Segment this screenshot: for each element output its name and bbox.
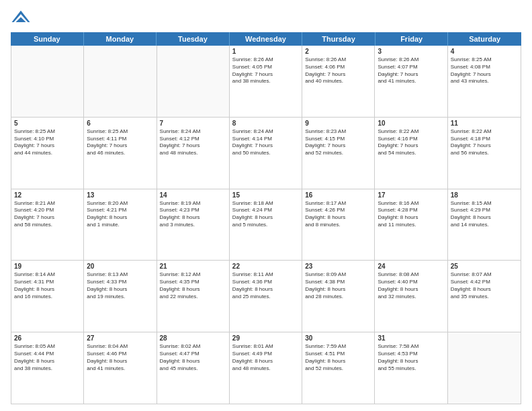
day-info: Sunrise: 8:24 AM Sunset: 4:14 PM Dayligh… — [232, 128, 299, 157]
day-info: Sunrise: 8:25 AM Sunset: 4:08 PM Dayligh… — [451, 56, 518, 85]
day-number: 10 — [378, 120, 444, 127]
calendar-day-2: 2Sunrise: 8:26 AM Sunset: 4:06 PM Daylig… — [302, 46, 375, 117]
weekday-header-friday: Friday — [375, 32, 449, 46]
calendar-day-9: 9Sunrise: 8:23 AM Sunset: 4:15 PM Daylig… — [302, 118, 375, 189]
day-info: Sunrise: 7:59 AM Sunset: 4:51 PM Dayligh… — [305, 343, 371, 372]
calendar-day-7: 7Sunrise: 8:24 AM Sunset: 4:12 PM Daylig… — [157, 118, 230, 189]
calendar-day-3: 3Sunrise: 8:26 AM Sunset: 4:07 PM Daylig… — [375, 46, 447, 117]
weekday-header-saturday: Saturday — [448, 32, 521, 46]
day-number: 8 — [232, 120, 299, 127]
logo — [11, 8, 34, 28]
day-info: Sunrise: 8:23 AM Sunset: 4:15 PM Dayligh… — [305, 128, 371, 157]
weekday-header-wednesday: Wednesday — [230, 32, 303, 46]
day-info: Sunrise: 8:18 AM Sunset: 4:24 PM Dayligh… — [232, 200, 299, 229]
day-info: Sunrise: 8:25 AM Sunset: 4:10 PM Dayligh… — [14, 128, 81, 157]
calendar-day-16: 16Sunrise: 8:17 AM Sunset: 4:26 PM Dayli… — [302, 189, 375, 261]
day-number: 4 — [451, 48, 518, 55]
calendar: SundayMondayTuesdayWednesdayThursdayFrid… — [11, 32, 521, 404]
day-info: Sunrise: 8:19 AM Sunset: 4:23 PM Dayligh… — [160, 200, 226, 229]
day-number: 19 — [14, 263, 81, 270]
day-info: Sunrise: 8:13 AM Sunset: 4:33 PM Dayligh… — [87, 271, 153, 300]
day-number: 22 — [232, 263, 299, 270]
day-info: Sunrise: 8:17 AM Sunset: 4:26 PM Dayligh… — [305, 200, 371, 229]
day-number: 3 — [378, 48, 444, 55]
calendar-row-3: 19Sunrise: 8:14 AM Sunset: 4:31 PM Dayli… — [11, 261, 521, 332]
calendar-day-11: 11Sunrise: 8:22 AM Sunset: 4:18 PM Dayli… — [448, 118, 521, 189]
calendar-day-15: 15Sunrise: 8:18 AM Sunset: 4:24 PM Dayli… — [230, 189, 302, 261]
day-info: Sunrise: 8:16 AM Sunset: 4:28 PM Dayligh… — [378, 200, 444, 229]
day-info: Sunrise: 8:26 AM Sunset: 4:05 PM Dayligh… — [232, 56, 299, 85]
calendar-day-12: 12Sunrise: 8:21 AM Sunset: 4:20 PM Dayli… — [11, 189, 84, 261]
calendar-day-19: 19Sunrise: 8:14 AM Sunset: 4:31 PM Dayli… — [11, 261, 84, 332]
calendar-day-29: 29Sunrise: 8:01 AM Sunset: 4:49 PM Dayli… — [230, 332, 302, 404]
day-number: 5 — [14, 120, 81, 127]
day-number: 7 — [160, 120, 226, 127]
day-number: 15 — [232, 191, 299, 199]
day-number: 20 — [87, 263, 153, 270]
day-number: 29 — [232, 334, 299, 342]
day-info: Sunrise: 8:15 AM Sunset: 4:29 PM Dayligh… — [451, 200, 518, 229]
day-number: 25 — [451, 263, 518, 270]
calendar-row-2: 12Sunrise: 8:21 AM Sunset: 4:20 PM Dayli… — [11, 189, 521, 261]
day-info: Sunrise: 8:05 AM Sunset: 4:44 PM Dayligh… — [14, 343, 81, 372]
calendar-empty-cell — [448, 332, 521, 404]
day-info: Sunrise: 8:07 AM Sunset: 4:42 PM Dayligh… — [451, 271, 518, 300]
calendar-day-1: 1Sunrise: 8:26 AM Sunset: 4:05 PM Daylig… — [230, 46, 302, 117]
day-info: Sunrise: 8:22 AM Sunset: 4:16 PM Dayligh… — [378, 128, 444, 157]
day-number: 12 — [14, 191, 81, 199]
weekday-header-monday: Monday — [84, 32, 157, 46]
calendar-empty-cell — [11, 46, 84, 117]
calendar-day-22: 22Sunrise: 8:11 AM Sunset: 4:36 PM Dayli… — [230, 261, 302, 332]
calendar-day-13: 13Sunrise: 8:20 AM Sunset: 4:21 PM Dayli… — [84, 189, 157, 261]
calendar-day-30: 30Sunrise: 7:59 AM Sunset: 4:51 PM Dayli… — [302, 332, 375, 404]
calendar-row-4: 26Sunrise: 8:05 AM Sunset: 4:44 PM Dayli… — [11, 332, 521, 404]
day-info: Sunrise: 8:04 AM Sunset: 4:46 PM Dayligh… — [87, 343, 153, 372]
day-number: 16 — [305, 191, 371, 199]
calendar-day-14: 14Sunrise: 8:19 AM Sunset: 4:23 PM Dayli… — [157, 189, 230, 261]
calendar-day-31: 31Sunrise: 7:58 AM Sunset: 4:53 PM Dayli… — [375, 332, 447, 404]
calendar-day-25: 25Sunrise: 8:07 AM Sunset: 4:42 PM Dayli… — [448, 261, 521, 332]
calendar-row-1: 5Sunrise: 8:25 AM Sunset: 4:10 PM Daylig… — [11, 118, 521, 189]
calendar-day-8: 8Sunrise: 8:24 AM Sunset: 4:14 PM Daylig… — [230, 118, 302, 189]
day-info: Sunrise: 8:02 AM Sunset: 4:47 PM Dayligh… — [160, 343, 226, 372]
day-info: Sunrise: 7:58 AM Sunset: 4:53 PM Dayligh… — [378, 343, 444, 372]
day-info: Sunrise: 8:24 AM Sunset: 4:12 PM Dayligh… — [160, 128, 226, 157]
day-info: Sunrise: 8:09 AM Sunset: 4:38 PM Dayligh… — [305, 271, 371, 300]
day-info: Sunrise: 8:26 AM Sunset: 4:06 PM Dayligh… — [305, 56, 371, 85]
day-info: Sunrise: 8:25 AM Sunset: 4:11 PM Dayligh… — [87, 128, 153, 157]
day-number: 23 — [305, 263, 371, 270]
calendar-day-5: 5Sunrise: 8:25 AM Sunset: 4:10 PM Daylig… — [11, 118, 84, 189]
day-number: 1 — [232, 48, 299, 55]
calendar-day-6: 6Sunrise: 8:25 AM Sunset: 4:11 PM Daylig… — [84, 118, 157, 189]
calendar-day-28: 28Sunrise: 8:02 AM Sunset: 4:47 PM Dayli… — [157, 332, 230, 404]
weekday-header-thursday: Thursday — [302, 32, 375, 46]
calendar-day-10: 10Sunrise: 8:22 AM Sunset: 4:16 PM Dayli… — [375, 118, 447, 189]
calendar-empty-cell — [84, 46, 157, 117]
day-info: Sunrise: 8:12 AM Sunset: 4:35 PM Dayligh… — [160, 271, 226, 300]
weekday-header-sunday: Sunday — [11, 32, 84, 46]
calendar-day-18: 18Sunrise: 8:15 AM Sunset: 4:29 PM Dayli… — [448, 189, 521, 261]
calendar-day-23: 23Sunrise: 8:09 AM Sunset: 4:38 PM Dayli… — [302, 261, 375, 332]
calendar-header: SundayMondayTuesdayWednesdayThursdayFrid… — [11, 32, 521, 46]
day-number: 27 — [87, 334, 153, 342]
day-number: 21 — [160, 263, 226, 270]
day-info: Sunrise: 8:14 AM Sunset: 4:31 PM Dayligh… — [14, 271, 81, 300]
calendar-row-0: 1Sunrise: 8:26 AM Sunset: 4:05 PM Daylig… — [11, 46, 521, 118]
day-info: Sunrise: 8:21 AM Sunset: 4:20 PM Dayligh… — [14, 200, 81, 229]
calendar-day-17: 17Sunrise: 8:16 AM Sunset: 4:28 PM Dayli… — [375, 189, 447, 261]
calendar-day-24: 24Sunrise: 8:08 AM Sunset: 4:40 PM Dayli… — [375, 261, 447, 332]
calendar-body: 1Sunrise: 8:26 AM Sunset: 4:05 PM Daylig… — [11, 46, 521, 404]
day-number: 11 — [451, 120, 518, 127]
day-info: Sunrise: 8:11 AM Sunset: 4:36 PM Dayligh… — [232, 271, 299, 300]
logo-icon — [11, 8, 31, 28]
calendar-day-26: 26Sunrise: 8:05 AM Sunset: 4:44 PM Dayli… — [11, 332, 84, 404]
day-info: Sunrise: 8:22 AM Sunset: 4:18 PM Dayligh… — [451, 128, 518, 157]
page: SundayMondayTuesdayWednesdayThursdayFrid… — [0, 0, 532, 411]
day-number: 24 — [378, 263, 444, 270]
day-number: 14 — [160, 191, 226, 199]
calendar-day-27: 27Sunrise: 8:04 AM Sunset: 4:46 PM Dayli… — [84, 332, 157, 404]
day-number: 26 — [14, 334, 81, 342]
calendar-day-4: 4Sunrise: 8:25 AM Sunset: 4:08 PM Daylig… — [448, 46, 521, 117]
top-section — [11, 8, 521, 28]
calendar-day-20: 20Sunrise: 8:13 AM Sunset: 4:33 PM Dayli… — [84, 261, 157, 332]
